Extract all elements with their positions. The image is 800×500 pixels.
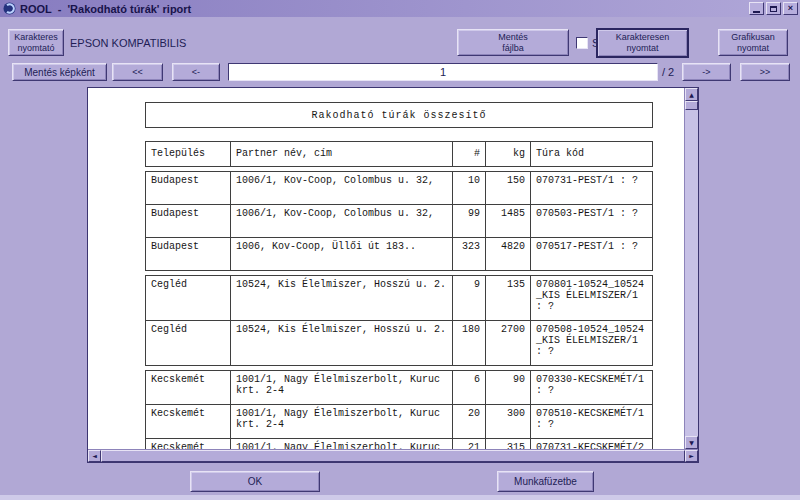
print-graphically-label-2: nyomtat <box>737 43 769 54</box>
print-as-characters-button[interactable]: Karakteresen nyomtat <box>597 29 688 57</box>
save-to-file-label-2: fájlba <box>502 43 524 54</box>
report-table: Település Partner név, cím # kg Túra kód… <box>145 141 684 449</box>
cell-partner: 1001/1, Nagy Élelmiszerbolt, Kuruc krt. … <box>231 371 453 404</box>
app-window: { "window": { "title": "ROOL - 'Rakodhat… <box>0 0 800 500</box>
previous-page-button[interactable]: <- <box>172 63 220 81</box>
cell-telepules: Budapest <box>146 172 231 204</box>
report-group-kecskemet: Kecskemét 1001/1, Nagy Élelmiszerbolt, K… <box>145 370 684 449</box>
report-preview-panel: Rakodható túrák összesítő Település Part… <box>87 87 699 463</box>
cell-turakod: 070731-KECSKEMÉT/2 : ? <box>531 439 652 449</box>
close-button[interactable]: × <box>783 2 798 15</box>
first-page-icon: << <box>132 67 143 78</box>
minimize-icon <box>753 11 760 13</box>
cell-count: 20 <box>453 405 486 438</box>
table-row: Kecskemét 1001/1, Nagy Élelmiszerbolt, K… <box>145 405 653 439</box>
cell-partner: 10524, Kis Élelmiszer, Hosszú u. 2. <box>231 321 453 365</box>
cell-partner: 10524, Kis Élelmiszer, Hosszú u. 2. <box>231 276 453 320</box>
cell-telepules: Budapest <box>146 238 231 270</box>
vertical-scrollbar[interactable]: ▲ ▼ <box>684 88 698 449</box>
cell-count: 6 <box>453 371 486 404</box>
table-row: Cegléd 10524, Kis Élelmiszer, Hosszú u. … <box>145 275 653 321</box>
minimize-button[interactable] <box>749 2 764 15</box>
cell-turakod: 070330-KECSKEMÉT/1 : ? <box>531 371 652 404</box>
cell-turakod: 070731-PEST/1 : ? <box>531 172 652 204</box>
cell-count: 10 <box>453 172 486 204</box>
cell-telepules: Cegléd <box>146 321 231 365</box>
cell-kg: 300 <box>486 405 531 438</box>
scroll-left-button[interactable]: ◄ <box>88 450 101 462</box>
save-as-image-button[interactable]: Mentés képként <box>12 63 107 81</box>
cell-telepules: Budapest <box>146 205 231 237</box>
cell-turakod: 070801-10524_10524_KIS ÉLELMISZER/1 : ? <box>531 276 652 320</box>
previous-page-icon: <- <box>192 67 200 78</box>
page-number-input[interactable] <box>228 63 658 81</box>
svg-checkbox[interactable] <box>576 37 588 49</box>
cell-kg: 135 <box>486 276 531 320</box>
restore-button[interactable] <box>766 2 781 15</box>
cell-partner: 1001/1, Nagy Élelmiszerbolt, Kuruc krt. … <box>231 405 453 438</box>
report-header-row: Település Partner név, cím # kg Túra kód <box>145 141 653 167</box>
report-title-box: Rakodható túrák összesítő <box>145 102 653 128</box>
window-bottom-edge <box>0 495 800 500</box>
character-printer-label-2: nyomtató <box>17 43 54 54</box>
workbook-button-label: Munkafüzetbe <box>514 476 577 487</box>
print-graphically-label-1: Grafikusan <box>731 32 775 43</box>
title-bar[interactable]: ROOL - 'Rakodható túrák' riport × <box>0 0 800 17</box>
cell-kg: 315 <box>486 439 531 449</box>
scroll-right-button[interactable]: ► <box>685 450 698 462</box>
cell-kg: 2700 <box>486 321 531 365</box>
table-row: Budapest 1006/1, Kov-Coop, Colombus u. 3… <box>145 205 653 238</box>
cell-count: 323 <box>453 238 486 270</box>
arrow-right-icon: ► <box>689 453 694 459</box>
scroll-down-button[interactable]: ▼ <box>685 436 698 449</box>
cell-telepules: Cegléd <box>146 276 231 320</box>
vertical-scroll-thumb[interactable] <box>685 101 698 110</box>
table-row: Cegléd 10524, Kis Élelmiszer, Hosszú u. … <box>145 321 653 366</box>
cell-telepules: Kecskemét <box>146 371 231 404</box>
cell-kg: 4820 <box>486 238 531 270</box>
scroll-up-button[interactable]: ▲ <box>685 88 698 101</box>
workbook-button[interactable]: Munkafüzetbe <box>497 471 594 492</box>
vertical-scroll-track[interactable] <box>685 110 698 436</box>
restore-icon <box>770 6 777 12</box>
ok-button[interactable]: OK <box>190 471 320 492</box>
horizontal-scroll-thumb[interactable] <box>101 450 685 462</box>
print-graphically-button[interactable]: Grafikusan nyomtat <box>718 29 788 56</box>
cell-turakod: 070503-PEST/1 : ? <box>531 205 652 237</box>
arrow-up-icon: ▲ <box>689 92 694 98</box>
first-page-button[interactable]: << <box>112 63 163 81</box>
report-page: Rakodható túrák összesítő Település Part… <box>88 88 684 449</box>
character-printer-label-1: Karakteres <box>14 32 58 43</box>
cell-turakod: 070517-PEST/1 : ? <box>531 238 652 270</box>
cell-partner: 1001/1, Nagy Élelmiszerbolt, Kuruc krt. … <box>231 439 453 449</box>
arrow-left-icon: ◄ <box>92 453 97 459</box>
column-header-telepules: Település <box>146 142 231 166</box>
cell-count: 180 <box>453 321 486 365</box>
report-group-cegled: Cegléd 10524, Kis Élelmiszer, Hosszú u. … <box>145 275 684 366</box>
cell-turakod: 070508-10524_10524_KIS ÉLELMISZER/1 : ? <box>531 321 652 365</box>
cell-count: 9 <box>453 276 486 320</box>
printer-name-label: EPSON KOMPATIBILIS <box>70 29 186 56</box>
next-page-button[interactable]: -> <box>682 63 731 81</box>
cell-telepules: Kecskemét <box>146 439 231 449</box>
ok-button-label: OK <box>248 476 262 487</box>
save-to-file-label-1: Mentés <box>498 32 528 43</box>
cell-partner: 1006/1, Kov-Coop, Colombus u. 32, <box>231 205 453 237</box>
next-page-icon: -> <box>702 67 710 78</box>
cell-kg: 90 <box>486 371 531 404</box>
close-icon: × <box>788 4 793 13</box>
cell-partner: 1006/1, Kov-Coop, Colombus u. 32, <box>231 172 453 204</box>
print-as-characters-label-1: Karakteresen <box>616 32 670 43</box>
cell-kg: 150 <box>486 172 531 204</box>
cell-partner: 1006, Kov-Coop, Üllői út 183.. <box>231 238 453 270</box>
table-row: Budapest 1006/1, Kov-Coop, Colombus u. 3… <box>145 171 653 205</box>
arrow-down-icon: ▼ <box>689 440 694 446</box>
horizontal-scrollbar[interactable]: ◄ ► <box>88 449 698 462</box>
save-to-file-button[interactable]: Mentés fájlba <box>457 29 569 56</box>
cell-kg: 1485 <box>486 205 531 237</box>
table-row: Budapest 1006, Kov-Coop, Üllői út 183.. … <box>145 238 653 271</box>
cell-turakod: 070510-KECSKEMÉT/1 : ? <box>531 405 652 438</box>
last-page-button[interactable]: >> <box>740 63 790 81</box>
character-printer-button[interactable]: Karakteres nyomtató <box>8 29 64 56</box>
table-row: Kecskemét 1001/1, Nagy Élelmiszerbolt, K… <box>145 439 653 449</box>
